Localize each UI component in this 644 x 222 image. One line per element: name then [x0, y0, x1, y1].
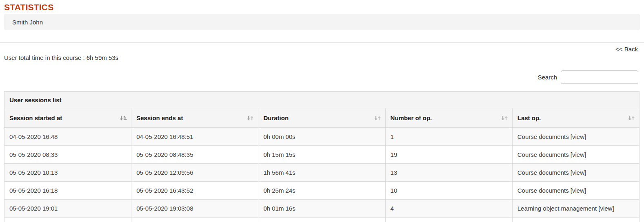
cell-session-started: 05-05-2020 10:13 [4, 164, 131, 182]
table-caption: User sessions list [4, 92, 640, 108]
cell-duration: 0h 15m 15s [258, 146, 385, 164]
cell-session-started: 05-05-2020 16:18 [4, 182, 131, 200]
cell-session-started: 05-05-2020 19:01 [4, 200, 131, 218]
sort-both-icon[interactable] [628, 115, 635, 121]
cell-duration: 0h 01m 16s [258, 200, 385, 218]
cell-number-of-op: 13 [385, 164, 512, 182]
cell-last-op: Course documents [view] [512, 128, 639, 146]
cell-session-ends: 04-05-2020 16:48:51 [131, 128, 258, 146]
cell-session-started: 05-05-2020 08:33 [4, 146, 131, 164]
cell-last-op: Course documents [view] [512, 146, 639, 164]
column-header-duration[interactable]: Duration [258, 108, 385, 128]
back-link[interactable]: << Back [615, 46, 638, 53]
table-row: 05-05-2020 08:33 05-05-2020 08:48:35 0h … [4, 146, 640, 164]
cell-session-ends: 05-05-2020 12:09:56 [131, 164, 258, 182]
column-header-session-started[interactable]: Session started at [4, 108, 131, 128]
search-label: Search [537, 74, 557, 81]
cell-session-ends: 05-05-2020 16:43:52 [131, 182, 258, 200]
cell-number-of-op: 10 [385, 182, 512, 200]
column-header-number-of-op[interactable]: Number of op. [385, 108, 512, 128]
table-header-row: Session started at Session ends at Durat… [4, 108, 640, 128]
cell-number-of-op: 4 [385, 200, 512, 218]
user-name: Smith John [12, 19, 43, 26]
page-title: STATISTICS [4, 2, 53, 12]
cell-number-of-op: 19 [385, 146, 512, 164]
cell-duration: 1h 56m 41s [258, 164, 385, 182]
cell-last-op: Course documents [view] [512, 182, 639, 200]
table-row: 04-05-2020 16:48 04-05-2020 16:48:51 0h … [4, 128, 640, 146]
table-row-partial [4, 218, 640, 222]
table-row: 05-05-2020 10:13 05-05-2020 12:09:56 1h … [4, 164, 640, 182]
user-name-bar: Smith John [4, 14, 640, 30]
column-header-last-op[interactable]: Last op. [512, 108, 639, 128]
cell-session-ends: 05-05-2020 19:03:08 [131, 200, 258, 218]
column-header-session-ends[interactable]: Session ends at [131, 108, 258, 128]
total-time-text: User total time in this course : 6h 59m … [4, 54, 118, 61]
cell-duration: 0h 25m 24s [258, 182, 385, 200]
table-row: 05-05-2020 19:01 05-05-2020 19:03:08 0h … [4, 200, 640, 218]
sort-both-icon[interactable] [501, 115, 508, 121]
cell-session-ends: 05-05-2020 08:48:35 [131, 146, 258, 164]
user-sessions-table: User sessions list Session started at Se… [4, 91, 640, 222]
search-bar: Search [537, 70, 638, 84]
cell-last-op: Learning object management [view] [512, 200, 639, 218]
cell-session-started: 04-05-2020 16:48 [4, 128, 131, 146]
sort-both-icon[interactable] [246, 115, 254, 121]
search-input[interactable] [561, 70, 638, 84]
sort-both-icon[interactable] [374, 115, 381, 121]
section-divider [0, 42, 644, 43]
table-row: 05-05-2020 16:18 05-05-2020 16:43:52 0h … [4, 182, 640, 200]
cell-last-op: Course documents [view] [512, 164, 639, 182]
cell-duration: 0h 00m 00s [258, 128, 385, 146]
sort-amount-asc-icon[interactable] [120, 115, 127, 121]
table-caption-row: User sessions list [4, 92, 640, 108]
cell-number-of-op: 1 [385, 128, 512, 146]
